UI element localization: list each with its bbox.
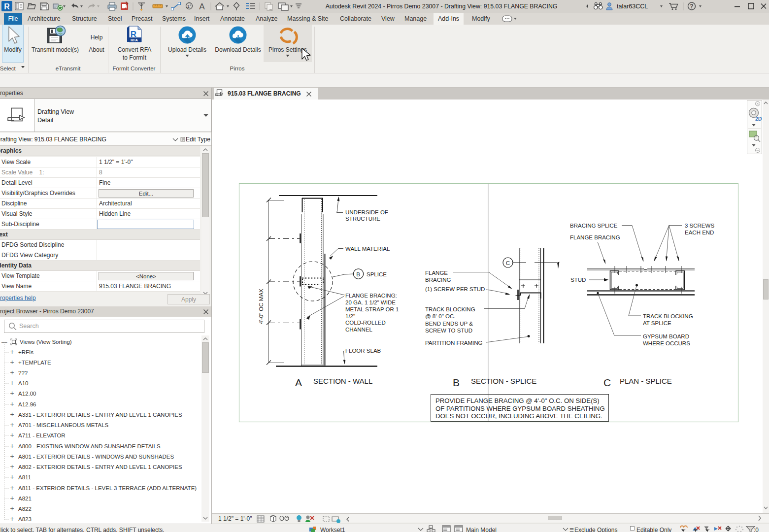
svg-text:SECTION - SPLICE: SECTION - SPLICE [471,377,536,385]
svg-text:R: R [4,2,10,11]
svg-text:TRACK BLOCKING: TRACK BLOCKING [425,306,475,312]
svg-text:4'-0" OC MAX: 4'-0" OC MAX [258,289,264,324]
svg-text:CHANNEL: CHANNEL [345,327,373,332]
svg-text:GYPSUM BOARD: GYPSUM BOARD [643,333,689,339]
svg-text:FLANGE BRACING: FLANGE BRACING [570,234,620,240]
svg-text:FLOOR SLAB: FLOOR SLAB [345,348,381,354]
svg-text:FLANGE BRACING:: FLANGE BRACING: [345,293,397,299]
svg-text:COLD-ROLLED: COLD-ROLLED [345,320,386,326]
svg-text:TRACK BLOCKING: TRACK BLOCKING [643,313,693,319]
svg-text:?: ? [690,3,693,10]
svg-text:RFA: RFA [131,38,138,42]
svg-text:(1) SCREW PER STUD: (1) SCREW PER STUD [425,286,485,292]
svg-text:A: A [199,2,205,11]
svg-text:to FormIt: to FormIt [123,54,147,61]
svg-text:2D: 2D [755,116,762,122]
svg-text:1/2": 1/2" [345,313,355,319]
svg-text:3 SCREWS: 3 SCREWS [685,223,714,229]
svg-text:STUD: STUD [570,277,586,283]
svg-text:B: B [453,377,460,388]
svg-text:SCREW TO STUD: SCREW TO STUD [425,328,472,333]
svg-text:SECTION - WALL: SECTION - WALL [313,377,372,385]
svg-text:BRACING SPLICE: BRACING SPLICE [570,223,618,229]
svg-text:1°: 1° [187,4,192,9]
svg-text:DOES NOT OCCUR, INCLUDING ABOV: DOES NOT OCCUR, INCLUDING ABOVE THE CEIL… [435,412,602,420]
svg-text:PLAN - SPLICE: PLAN - SPLICE [620,377,672,385]
svg-text:Upload Details: Upload Details [168,46,206,53]
svg-text:Modify: Modify [4,46,21,53]
svg-text:B: B [356,271,360,277]
svg-text:talar63CCL: talar63CCL [617,3,648,10]
svg-text:AT SPLICE: AT SPLICE [643,320,671,326]
svg-text:@ 8'-0" OC.: @ 8'-0" OC. [425,313,455,319]
svg-text:C: C [506,260,510,266]
svg-text:OF PARTITIONS WHERE GYPSUM BOA: OF PARTITIONS WHERE GYPSUM BOARD SHEATHI… [435,405,605,412]
svg-text:BEND ENDS UP &: BEND ENDS UP & [425,321,473,327]
svg-text:METAL STRAP OR 1: METAL STRAP OR 1 [345,306,399,312]
svg-text:STRUCTURE: STRUCTURE [345,216,380,222]
svg-text:Convert RFA: Convert RFA [118,46,152,53]
svg-text:EACH END: EACH END [685,230,714,235]
svg-text:About: About [89,46,104,53]
svg-text:Transmit model(s): Transmit model(s) [32,46,79,53]
svg-text:WHERE OCCURS: WHERE OCCURS [643,340,690,346]
svg-text:FLANGE: FLANGE [425,270,448,276]
svg-text:WALL MATERIAL: WALL MATERIAL [345,246,390,252]
svg-text:SPLICE: SPLICE [367,271,387,277]
svg-text:Pirros Settings: Pirros Settings [268,46,307,53]
svg-text:PROVIDE FLANGE BRACING @ 4'-0": PROVIDE FLANGE BRACING @ 4'-0" O.C. ON S… [435,397,600,404]
svg-text:Help: Help [91,34,103,41]
svg-text:Download Details: Download Details [215,46,261,53]
svg-text:A: A [295,377,302,388]
svg-text:BRACING: BRACING [425,277,451,283]
svg-text:20 GA. 1 1/2" WIDE: 20 GA. 1 1/2" WIDE [345,299,396,305]
svg-text:UNDERSIDE OF: UNDERSIDE OF [345,209,388,215]
svg-text:PARTITION FRAMING: PARTITION FRAMING [425,340,483,346]
svg-text:C: C [603,377,611,388]
